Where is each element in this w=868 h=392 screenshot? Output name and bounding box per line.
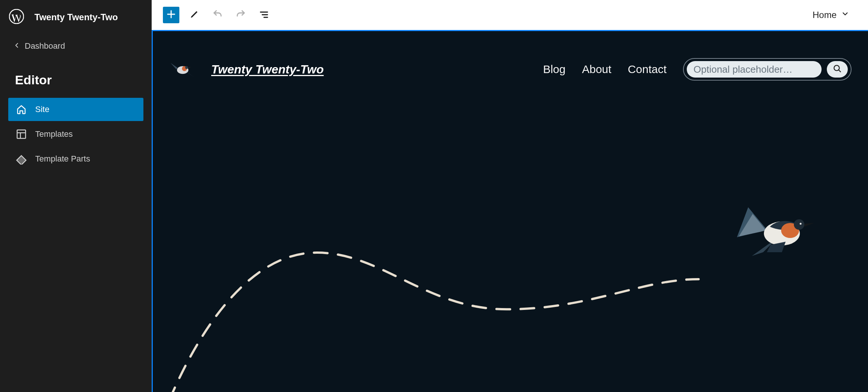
wordpress-logo-icon[interactable] bbox=[9, 9, 24, 25]
sidebar-item-label: Templates bbox=[35, 129, 73, 139]
svg-rect-4 bbox=[17, 156, 26, 165]
svg-point-17 bbox=[794, 219, 804, 230]
sidebar-item-site[interactable]: Site bbox=[8, 98, 143, 121]
layout-icon bbox=[16, 129, 27, 140]
primary-nav: Blog About Contact bbox=[543, 58, 852, 81]
chevron-down-icon bbox=[841, 10, 849, 20]
template-selector[interactable]: Home bbox=[813, 10, 857, 20]
nav-link-about[interactable]: About bbox=[582, 63, 611, 76]
sidebar-item-templates[interactable]: Templates bbox=[8, 123, 143, 146]
plus-icon bbox=[166, 9, 176, 21]
undo-icon bbox=[212, 9, 223, 21]
nav-link-blog[interactable]: Blog bbox=[543, 63, 565, 76]
hero-illustration bbox=[153, 144, 868, 392]
svg-line-14 bbox=[838, 70, 840, 72]
editor-toolbar: Home bbox=[152, 0, 868, 30]
redo-icon bbox=[236, 9, 246, 21]
block-inserter-button[interactable] bbox=[163, 7, 179, 23]
editor-sidebar: Twenty Twenty-Two Dashboard Editor Site … bbox=[0, 0, 152, 392]
search-button[interactable] bbox=[827, 61, 848, 78]
bird-logo-icon bbox=[168, 55, 196, 84]
search-icon bbox=[832, 64, 842, 75]
sidebar-header: Twenty Twenty-Two bbox=[0, 0, 152, 36]
template-label: Home bbox=[813, 10, 837, 20]
svg-marker-19 bbox=[804, 223, 814, 227]
svg-marker-12 bbox=[188, 67, 191, 68]
svg-point-11 bbox=[185, 66, 188, 69]
sidebar-item-template-parts[interactable]: Template Parts bbox=[8, 147, 143, 171]
hero-bird-icon bbox=[726, 196, 816, 263]
site-header: Twenty Twenty-Two Blog About Contact bbox=[153, 31, 868, 84]
redo-button bbox=[233, 7, 249, 23]
tools-button[interactable] bbox=[186, 7, 203, 23]
theme-name: Twenty Twenty-Two bbox=[34, 12, 118, 22]
home-icon bbox=[16, 104, 27, 115]
flight-path-icon bbox=[153, 144, 868, 392]
diamond-icon bbox=[16, 153, 27, 165]
svg-rect-1 bbox=[17, 130, 26, 139]
listview-button[interactable] bbox=[256, 7, 272, 23]
editor-main: Home Twenty Twenty-Two Blog About bbox=[152, 0, 868, 392]
sidebar-item-label: Site bbox=[35, 105, 49, 114]
chevron-left-icon bbox=[13, 41, 20, 51]
search-input[interactable] bbox=[687, 61, 822, 78]
sidebar-section-title: Editor bbox=[0, 56, 152, 98]
site-logo[interactable] bbox=[168, 55, 196, 84]
svg-point-18 bbox=[800, 223, 802, 225]
pencil-icon bbox=[189, 9, 200, 21]
search-block bbox=[683, 58, 852, 81]
nav-link-contact[interactable]: Contact bbox=[628, 63, 667, 76]
back-label: Dashboard bbox=[25, 41, 65, 51]
back-to-dashboard[interactable]: Dashboard bbox=[0, 36, 152, 56]
toolbar-left bbox=[163, 7, 272, 23]
sidebar-item-label: Template Parts bbox=[35, 154, 90, 164]
editor-canvas[interactable]: Twenty Twenty-Two Blog About Contact bbox=[152, 30, 868, 392]
undo-button bbox=[209, 7, 226, 23]
site-title-link[interactable]: Twenty Twenty-Two bbox=[211, 63, 324, 76]
sidebar-nav: Site Templates Template Parts bbox=[0, 98, 152, 171]
listview-icon bbox=[259, 9, 269, 21]
